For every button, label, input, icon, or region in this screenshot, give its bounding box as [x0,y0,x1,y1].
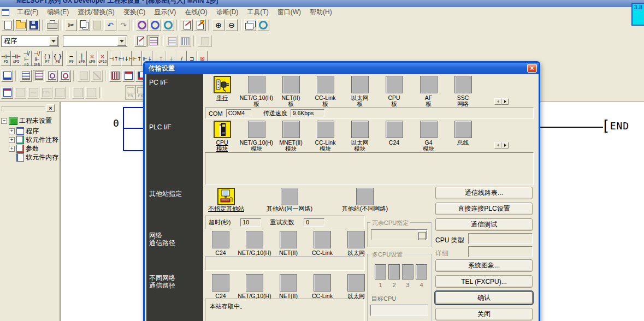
find-device-icon[interactable] [149,19,161,31]
collapse-icon[interactable]: − [1,118,7,124]
open-project-icon[interactable] [15,19,27,31]
close-button[interactable]: 关闭 [435,308,533,320]
scroll-left-icon[interactable] [494,98,501,105]
module-icon[interactable] [386,121,403,138]
board-icon[interactable] [454,76,472,93]
diff-c24[interactable]: C24 [204,274,238,299]
host-station-icon[interactable] [217,188,235,205]
module-icon[interactable] [351,121,369,138]
ladder-application-instruction-button[interactable]: { }F8 [52,51,63,66]
target-combobox[interactable] [63,35,127,47]
cpu-module-icon[interactable] [214,121,231,138]
project-list-icon[interactable] [20,70,32,82]
monitor-window-icon[interactable] [198,35,212,47]
chevron-down-icon[interactable] [117,37,126,46]
verify-icon[interactable] [166,35,178,47]
cut-icon[interactable]: ✂ [65,19,77,31]
ladder-parallel-pulse-rise-button[interactable]: ⊩↑ [132,51,142,66]
diff-cc-link[interactable]: CC-Link [305,274,339,299]
module-icon[interactable] [454,121,472,138]
board-icon[interactable] [351,76,369,93]
find-contact-icon[interactable] [46,70,58,82]
tree-item-program[interactable]: + 程序 [9,127,68,135]
find-icon[interactable] [136,19,148,31]
comment-edit-icon[interactable] [194,19,206,31]
cpu4-button[interactable] [416,264,427,280]
other-station-same-network[interactable]: 其他站(同一网络) [254,188,325,212]
grid-icon[interactable] [72,87,84,99]
close-icon[interactable]: × [46,104,55,112]
menu-window[interactable]: 窗口(W) [273,7,305,17]
route-icon[interactable] [347,274,365,292]
station-icon[interactable] [281,188,298,205]
expand-icon[interactable]: + [9,137,15,143]
route-icon[interactable] [280,274,297,292]
chevron-down-icon[interactable] [418,230,427,239]
redo-icon[interactable]: ↷ [117,19,129,31]
serial-port-icon[interactable] [214,76,231,93]
other-station-none[interactable]: 不指定其他站 [191,188,262,212]
copy-icon[interactable] [78,19,90,31]
device-batch-icon[interactable] [122,70,134,82]
pc-if-net-g10h[interactable]: NET/G,10(H) 板 [239,76,274,107]
step-run-icon[interactable]: S1S9↓ [40,87,52,99]
menu-project[interactable]: 工程(F) [13,7,43,17]
pc-if-ethernet[interactable]: 以太网 板 [342,76,377,107]
route-icon[interactable] [246,274,263,292]
cpu1-button[interactable] [375,264,386,280]
diff-net-ii[interactable]: NET(II) [271,274,305,299]
zoom-in-icon[interactable]: ⊕ [212,19,224,31]
menu-tools[interactable]: 工具(T) [243,7,273,17]
error-jump-icon[interactable]: error [27,87,39,99]
route-icon[interactable] [347,231,365,248]
paste-icon[interactable] [91,19,103,31]
partial-run-icon[interactable] [85,87,97,99]
cpu2-button[interactable] [388,264,400,280]
zoom-out-icon[interactable]: ⊖ [226,19,238,31]
ladder-parallel-contact-button[interactable]: ⊣⊩sF5 [11,51,21,66]
module-icon[interactable] [248,121,265,138]
board-icon[interactable] [386,76,403,93]
diff-net-g10h[interactable]: NET/G,10(H) [238,274,271,299]
board-icon[interactable] [248,76,265,93]
find-coil-icon[interactable] [59,70,71,82]
save-project-icon[interactable] [28,19,40,31]
station-icon[interactable] [356,188,374,205]
transfer-icon[interactable] [179,35,191,47]
badge-icon[interactable] [54,87,66,99]
mdi-child-icon[interactable] [2,9,9,16]
sheet-find-icon[interactable] [134,35,146,47]
panel-grip[interactable] [2,106,45,111]
plc-if-g4[interactable]: G4 模块 [411,121,446,152]
ladder-pulse-fall-button[interactable]: ⊣↓⊢ [121,51,132,66]
menu-edit[interactable]: 编辑(E) [43,7,73,17]
project-tree-active-icon[interactable] [33,70,45,82]
expand-icon[interactable]: + [9,146,15,152]
phone-connect-icon[interactable] [78,70,90,82]
ladder-hline-delete-button[interactable]: ×cF9 [87,51,97,66]
plc-if-net-g10h[interactable]: NET/G,10(H) 模块 [239,121,274,152]
tree-item-device-comment[interactable]: + 软元件注释 [9,135,68,144]
direct-plc-connection-button[interactable]: 直接连接PLC设置 [435,203,533,215]
menu-view[interactable]: 显示(V) [150,7,180,17]
board-icon[interactable] [420,76,438,93]
menu-diagnostics[interactable]: 诊断(D) [212,7,243,17]
find-instruction-icon[interactable] [162,19,174,31]
plc-if-cpu-module[interactable]: CPU 模块 [205,121,239,152]
route-icon[interactable] [246,231,263,248]
pc-if-serial[interactable]: 串行 [205,76,239,107]
communication-test-button[interactable]: 通信测试 [435,218,533,231]
program-type-combobox[interactable]: 程序 [1,35,59,47]
cascade-windows-icon[interactable] [244,19,256,31]
online-monitor-icon[interactable] [257,19,269,31]
clipboard-icon[interactable] [14,87,26,99]
module-icon[interactable] [282,121,300,138]
menu-online[interactable]: 在线(O) [180,7,211,17]
ladder-coil-button[interactable]: ( )F7 [42,51,52,66]
chevron-down-icon[interactable] [49,37,58,46]
pc-if-ssc[interactable]: SSC 网络 [446,76,480,107]
net-cc-link[interactable]: CC-Link [305,231,339,256]
ladder-closed-contact-button[interactable]: ⊣/⊢F6 [21,51,32,66]
print-icon[interactable] [46,19,58,31]
undo-icon[interactable]: ↶ [104,19,116,31]
